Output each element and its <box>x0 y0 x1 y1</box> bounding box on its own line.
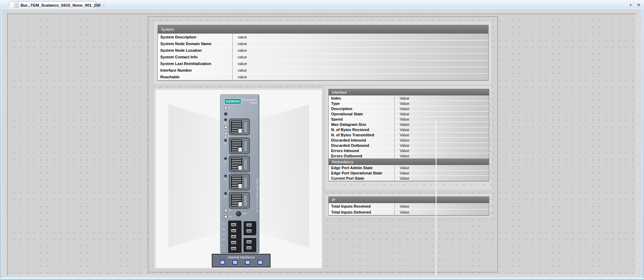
led-digital-output <box>224 215 227 218</box>
window-list-arrow-icon[interactable]: ▼ <box>629 3 632 7</box>
row-label: Current Port State <box>329 176 395 181</box>
row-label: Total Inputs Delivered <box>329 209 395 215</box>
window-close-icon[interactable]: ✕ <box>637 2 640 7</box>
led-a-label: A <box>225 136 226 138</box>
set-button-label: SET <box>243 213 247 215</box>
terminal-l2-label: L2- <box>222 238 225 241</box>
table-row: TypeValue <box>329 101 489 106</box>
table-row: Errors InboundValue <box>329 148 489 153</box>
row-label: Max Datagram Size <box>329 122 395 127</box>
device-image-panel[interactable]: SIEMENS SCALANCE S615 P L FS A P1 <box>154 88 323 269</box>
shading-wedge-right <box>257 96 309 256</box>
row-value: Value <box>395 176 489 181</box>
led-port-4 <box>224 192 227 195</box>
table-row: Total Inputs DeliveredValue <box>329 209 489 215</box>
row-value: Value <box>395 132 489 137</box>
internal-interface-indicator <box>258 260 263 265</box>
row-label: Interface Number <box>158 67 233 73</box>
table-row: Max Datagram SizeValue <box>329 122 489 127</box>
row-label: Total Inputs Received <box>329 203 395 209</box>
led-link-label: L <box>229 113 230 115</box>
terminal-ground-label: ⊥ <box>222 244 224 246</box>
port-1-label: P1 <box>224 143 227 145</box>
window-bottom-edge <box>0 278 644 280</box>
terminal-m1-label: M1 <box>222 228 225 230</box>
table-row: Reachablevalue <box>158 73 488 80</box>
row-value: Value <box>395 143 489 148</box>
shading-wedge-left <box>168 96 221 256</box>
power-terminal-block <box>228 221 241 253</box>
tab-scalance-s615[interactable]: Bui...TEM_Scalance_S615_None_001_150 × <box>10 1 97 9</box>
table-row: System Node Domain Namevalue <box>158 40 488 47</box>
interface-group-panel[interactable]: InterfaceIndexValueTypeValueDescriptionV… <box>325 86 492 190</box>
device-image: SIEMENS SCALANCE S615 P L FS A P1 <box>156 90 322 268</box>
led-port-3 <box>224 175 227 177</box>
row-label: System Description <box>158 34 233 40</box>
scalance-device: SIEMENS SCALANCE S615 P L FS A P1 <box>220 94 259 253</box>
table-row: N. of Bytes ReceivedValue <box>329 127 489 132</box>
port-4-label: P4 <box>224 196 227 198</box>
row-value: value <box>233 74 488 80</box>
table-row: Operational StateValue <box>329 111 489 117</box>
led-di-label: DI <box>229 209 231 212</box>
row-label: Discarded Inbound <box>329 138 395 143</box>
terminal-l1-label: L1+ <box>222 223 226 225</box>
canvas-workspace[interactable]: SystemSystem DescriptionvalueSystem Node… <box>7 14 637 275</box>
ip-table[interactable]: IPTotal Inputs ReceivedValueTotal Inputs… <box>328 196 489 216</box>
row-value: value <box>233 47 488 53</box>
row-value: Value <box>395 165 489 170</box>
row-label: Errors Outbound <box>329 153 395 158</box>
port-2-label: P2 <box>224 161 227 163</box>
tab-title: Bui...TEM_Scalance_S615_None_001_150 <box>21 3 100 7</box>
led-link <box>224 113 227 115</box>
table-row: System Contact Infovalue <box>158 53 488 60</box>
internal-interface-indicator <box>245 260 250 265</box>
application-window: { "window": { "tab_title": "Bui...TEM_Sc… <box>0 0 644 280</box>
rj45-port-1 <box>229 119 250 135</box>
led-power <box>224 106 227 109</box>
row-value: Value <box>395 95 489 101</box>
table-row: System Descriptionvalue <box>158 34 488 41</box>
row-value: value <box>233 41 488 47</box>
led-port-2 <box>224 157 227 160</box>
table-row: N. of Bytes TransmittedValue <box>329 132 489 138</box>
siemens-logo: SIEMENS <box>224 99 241 104</box>
tab-close-icon[interactable]: × <box>103 3 105 7</box>
row-label: System Node Domain Name <box>158 41 233 47</box>
ip-group-panel[interactable]: IPTotal Inputs ReceivedValueTotal Inputs… <box>325 194 492 217</box>
document-icon <box>15 3 19 8</box>
rj45-port-3 <box>229 156 250 172</box>
table-row: Edge Port Operational StateValue <box>329 170 489 176</box>
led-fault-signal <box>224 119 227 121</box>
row-value: Value <box>395 148 489 153</box>
row-label: Errors Inbound <box>329 148 395 153</box>
table-section-header: Interface <box>329 89 489 95</box>
row-value: Value <box>395 203 489 209</box>
row-label: N. of Bytes Received <box>329 127 395 132</box>
led-status-2 <box>224 132 227 135</box>
led-port-1 <box>224 139 227 142</box>
table-row: Edge Port Admin StateValue <box>329 165 489 171</box>
row-value: value <box>233 67 488 73</box>
row-value: Value <box>395 153 489 158</box>
do-terminal-block <box>244 238 256 252</box>
alignment-guide-line <box>436 121 436 276</box>
table-row: System Node Locationvalue <box>158 47 488 54</box>
row-label: N. of Bytes Transmitted <box>329 132 395 137</box>
table-row: Interface Numbervalue <box>158 67 488 74</box>
system-group-panel[interactable]: SystemSystem DescriptionvalueSystem Node… <box>154 21 492 85</box>
port-3-label: P3 <box>224 178 227 181</box>
table-section-header: System <box>158 25 488 34</box>
table-row: Errors OutboundValue <box>329 153 489 159</box>
system-table[interactable]: SystemSystem DescriptionvalueSystem Node… <box>158 25 489 81</box>
row-value: Value <box>395 122 489 127</box>
tab-bar: Bui...TEM_Scalance_S615_None_001_150 × ▼… <box>0 0 644 9</box>
row-value: Value <box>395 112 489 116</box>
row-value: Value <box>395 117 489 122</box>
internal-interface-indicator <box>232 260 238 265</box>
led-digital-input <box>224 209 227 212</box>
table-row: DescriptionValue <box>329 106 489 112</box>
row-label: Index <box>329 95 395 101</box>
editor-panel: SystemSystem DescriptionvalueSystem Node… <box>2 9 642 277</box>
interface-table[interactable]: InterfaceIndexValueTypeValueDescriptionV… <box>328 89 489 181</box>
